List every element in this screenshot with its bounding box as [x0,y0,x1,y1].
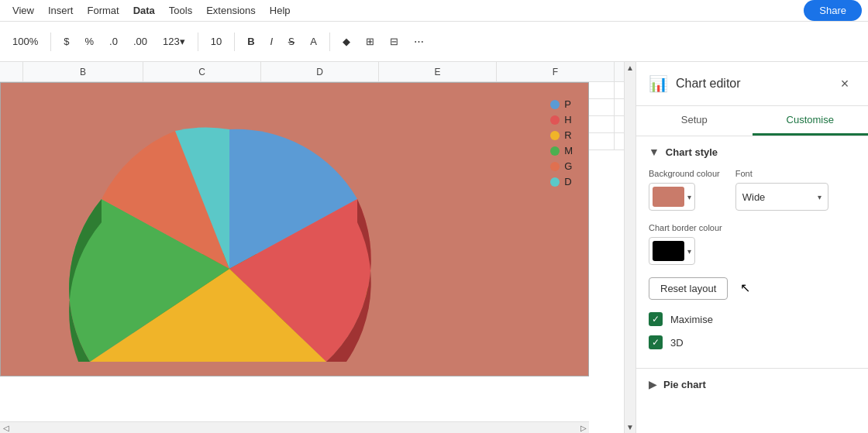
scroll-up-btn[interactable]: ▲ [625,62,636,74]
legend-item-p: P [550,98,573,110]
col-header-d[interactable]: D [261,62,379,81]
pie-chart-title: Pie chart [663,379,706,390]
scroll-down-btn[interactable]: ▼ [625,421,636,433]
form-group-font: Font Wide ▾ [735,169,828,211]
menu-bar: View Insert Format Data Tools Extensions… [0,0,868,22]
percent-btn[interactable]: % [78,33,100,50]
menu-insert[interactable]: Insert [42,2,80,19]
sep4 [329,33,330,51]
borders-btn[interactable]: ⊞ [360,33,381,50]
chart-editor-panel: 📊 Chart editor × Setup Customise ▼ Chart… [636,62,868,433]
font-dropdown[interactable]: Wide ▾ [735,183,828,211]
three-d-checkbox[interactable]: ✓ [649,335,663,349]
chevron-right-icon: ▶ [649,378,657,390]
italic-btn[interactable]: I [264,33,280,50]
background-colour-swatch [653,187,684,207]
fontsize-input[interactable]: 10 [205,33,228,50]
legend-label-h: H [564,114,571,125]
form-group-border: Chart border colour ▾ [649,223,722,265]
main-content: B C D E F Count [0,62,868,433]
sep3 [234,33,235,51]
format123-btn[interactable]: 123▾ [157,33,191,50]
legend-label-p: P [564,98,571,110]
chart-border-colour-swatch [653,241,684,261]
col-header-e[interactable]: E [379,62,497,81]
legend-item-d: D [550,176,573,187]
close-editor-button[interactable]: × [834,73,856,95]
form-row-border: Chart border colour ▾ [649,223,856,265]
legend-dot-g [550,162,560,171]
col-header-rownum [0,62,23,81]
three-d-label: 3D [670,337,684,349]
menu-tools[interactable]: Tools [163,2,198,19]
background-colour-picker[interactable]: ▾ [649,183,695,211]
col-header-f[interactable]: F [497,62,615,81]
scrollbar-vertical[interactable]: ▲ ▼ [624,62,636,433]
menu-help[interactable]: Help [264,2,297,19]
reset-layout-button[interactable]: Reset layout [649,277,728,300]
share-button[interactable]: Share [804,0,862,21]
chart-container[interactable]: P H R M G [0,82,589,376]
tab-customise[interactable]: Customise [753,106,869,136]
editor-header: 📊 Chart editor × [636,62,868,106]
chart-inner: P H R M G [1,83,588,376]
fontcolor-btn[interactable]: A [304,33,323,50]
background-colour-label: Background colour [649,169,720,178]
strikethrough-btn[interactable]: S̶ [282,33,301,50]
zoom-area: 100% $ % .0 .00 123▾ 10 B I S̶ A ◆ ⊞ ⊟ ⋯ [6,33,430,51]
scroll-right-btn[interactable]: ▷ [577,422,589,434]
menu-data[interactable]: Data [127,2,161,19]
scroll-left-btn[interactable]: ◁ [0,422,12,434]
tab-setup[interactable]: Setup [636,106,753,136]
sep1 [50,33,51,51]
form-row-bg-font: Background colour ▾ Font Wide ▾ [649,169,856,211]
zoom-control[interactable]: 100% [6,33,44,50]
maximise-label: Maximise [670,314,713,325]
fill-btn[interactable]: ◆ [336,33,356,50]
more-formats-btn[interactable]: ⋯ [408,33,430,50]
menu-format[interactable]: Format [81,2,125,19]
scrollbar-horizontal[interactable]: ◁ ▷ [0,421,589,433]
bold-btn[interactable]: B [241,33,260,50]
merge-btn[interactable]: ⊟ [384,33,405,50]
column-headers: B C D E F [0,62,636,82]
currency-btn[interactable]: $ [57,33,75,50]
decimal0-btn[interactable]: .0 [103,33,124,50]
chart-border-colour-label: Chart border colour [649,223,722,232]
background-colour-dropdown-arrow: ▾ [687,193,691,201]
legend-dot-r [550,131,560,140]
three-d-checkmark: ✓ [652,337,660,348]
chart-style-section: ▼ Chart style Background colour ▾ Font [636,136,868,368]
legend-item-g: G [550,160,573,172]
toolbar: 100% $ % .0 .00 123▾ 10 B I S̶ A ◆ ⊞ ⊟ ⋯ [0,22,868,62]
col-header-c[interactable]: C [143,62,261,81]
legend-label-d: D [564,176,571,187]
maximise-checkbox[interactable]: ✓ [649,312,663,326]
chart-style-title: Chart style [666,146,718,158]
font-dropdown-arrow: ▾ [818,193,822,201]
chart-border-colour-dropdown-arrow: ▾ [687,247,691,256]
menu-view[interactable]: View [6,2,40,19]
legend-item-r: R [550,129,573,141]
legend-label-g: G [564,160,572,172]
three-d-row: ✓ 3D [649,335,856,349]
font-value: Wide [742,191,766,203]
decimal00-btn[interactable]: .00 [127,33,153,50]
editor-tabs: Setup Customise [636,106,868,136]
spreadsheet: B C D E F Count [0,62,636,433]
section-header-chart-style[interactable]: ▼ Chart style [649,146,856,158]
maximise-checkmark: ✓ [652,314,660,325]
pie-chart-svg [24,98,435,362]
chevron-down-icon: ▼ [649,146,660,158]
font-label: Font [735,169,828,178]
menu-extensions[interactable]: Extensions [200,2,262,19]
cursor-icon: ↖ [740,280,750,295]
sep2 [198,33,198,51]
legend-label-m: M [564,145,573,156]
col-header-b[interactable]: B [23,62,143,81]
pie-chart-section[interactable]: ▶ Pie chart [636,368,868,400]
reset-layout-row: Reset layout ↖ [649,277,856,300]
chart-border-colour-picker[interactable]: ▾ [649,237,695,265]
legend-dot-h [550,115,560,125]
chart-editor-icon: 📊 [649,74,668,93]
